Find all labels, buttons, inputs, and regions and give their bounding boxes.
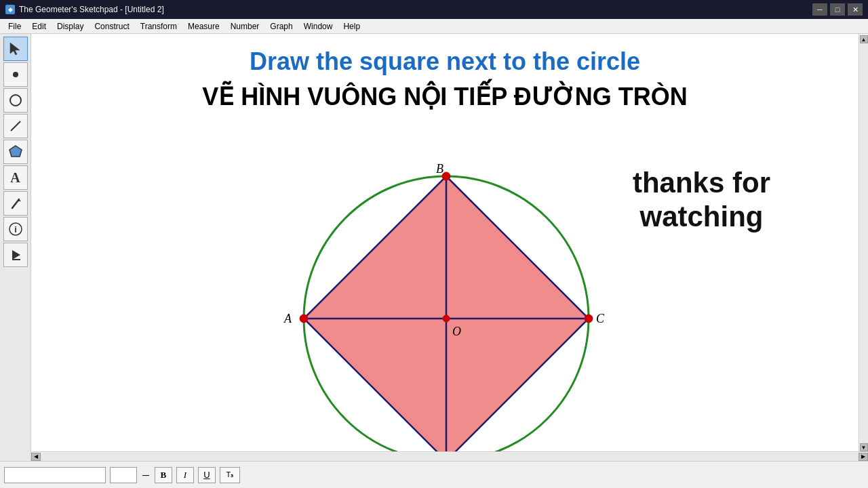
svg-marker-9 xyxy=(12,250,20,260)
svg-text:C: C xyxy=(596,312,605,325)
app-icon: ◆ xyxy=(5,5,15,14)
svg-point-19 xyxy=(300,314,308,323)
canvas-svg: B A C D O xyxy=(31,34,859,451)
menu-file[interactable]: File xyxy=(3,20,26,33)
toolbox: A i xyxy=(0,34,31,461)
symbol-button[interactable]: T₃ xyxy=(220,467,240,483)
title-bar-controls: ─ □ ✕ xyxy=(812,3,863,16)
svg-text:A: A xyxy=(283,312,292,325)
italic-button[interactable]: I xyxy=(176,467,194,483)
tool-text[interactable]: A xyxy=(3,165,28,190)
horizontal-scrollbar[interactable]: ◀ ▶ xyxy=(31,451,868,461)
menu-window[interactable]: Window xyxy=(298,20,338,33)
status-bar: ─ B I U T₃ xyxy=(0,461,868,488)
menu-display[interactable]: Display xyxy=(52,20,89,33)
tool-play[interactable] xyxy=(3,243,28,267)
bold-button[interactable]: B xyxy=(155,467,172,483)
canvas-area: Draw the square next to the circle VẼ HÌ… xyxy=(31,34,859,451)
menu-construct[interactable]: Construct xyxy=(89,20,134,33)
underline-button[interactable]: U xyxy=(198,467,216,483)
menu-edit[interactable]: Edit xyxy=(26,20,52,33)
menu-bar: File Edit Display Construct Transform Me… xyxy=(0,19,868,34)
main-area: A i Draw the square next to the circle V… xyxy=(0,34,868,461)
menu-help[interactable]: Help xyxy=(338,20,366,33)
tool-line[interactable] xyxy=(3,114,28,138)
title-bar-left: ◆ The Geometer's Sketchpad - [Untitled 2… xyxy=(5,5,164,14)
font-name-input[interactable] xyxy=(4,467,106,483)
menu-transform[interactable]: Transform xyxy=(135,20,182,33)
maximize-button[interactable]: □ xyxy=(830,3,845,16)
tool-select[interactable] xyxy=(3,37,28,61)
svg-point-20 xyxy=(443,315,450,322)
svg-marker-4 xyxy=(9,146,22,157)
tool-marker[interactable] xyxy=(3,191,28,216)
svg-point-17 xyxy=(585,314,593,323)
font-dash: ─ xyxy=(142,470,149,481)
svg-marker-0 xyxy=(10,43,20,55)
svg-line-3 xyxy=(11,121,20,131)
menu-measure[interactable]: Measure xyxy=(182,20,225,33)
vertical-scrollbar[interactable]: ▲ ▼ xyxy=(859,34,868,451)
thanks-text: thanks forwatching xyxy=(633,166,770,235)
tool-info[interactable]: i xyxy=(3,217,28,241)
tool-circle[interactable] xyxy=(3,88,28,113)
svg-text:i: i xyxy=(14,224,17,235)
window-title: The Geometer's Sketchpad - [Untitled 2] xyxy=(19,5,164,14)
close-button[interactable]: ✕ xyxy=(848,3,863,16)
svg-text:O: O xyxy=(452,325,461,338)
menu-number[interactable]: Number xyxy=(225,20,265,33)
menu-graph[interactable]: Graph xyxy=(264,20,298,33)
tool-point[interactable] xyxy=(3,62,28,87)
font-size-input[interactable] xyxy=(110,467,137,483)
minimize-button[interactable]: ─ xyxy=(812,3,827,16)
svg-point-1 xyxy=(13,72,18,77)
tool-polygon[interactable] xyxy=(3,140,28,164)
svg-text:B: B xyxy=(436,162,443,176)
svg-point-2 xyxy=(10,95,21,106)
title-bar: ◆ The Geometer's Sketchpad - [Untitled 2… xyxy=(0,0,868,19)
